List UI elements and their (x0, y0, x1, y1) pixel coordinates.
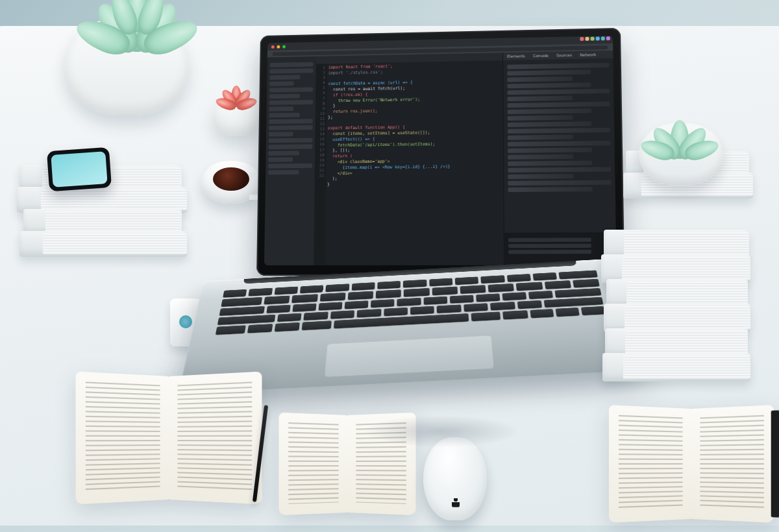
code-content: import React from 'react'; import './sty… (327, 62, 501, 263)
plant-pot-large (65, 18, 188, 115)
book-stack-right (604, 234, 753, 381)
window-close-icon (271, 45, 275, 48)
workspace-render: 12345678910111213141516171819202122 impo… (0, 0, 779, 532)
open-book-left (78, 376, 260, 500)
code-editor-window: 12345678910111213141516171819202122 impo… (264, 36, 617, 265)
book-stack-left (19, 169, 195, 257)
window-min-icon (277, 45, 280, 48)
trackpad (324, 335, 494, 378)
line-gutter: 12345678910111213141516171819202122 (314, 64, 327, 265)
laptop: 12345678910111213141516171819202122 impo… (201, 30, 604, 432)
laptop-screen-bezel: 12345678910111213141516171819202122 impo… (256, 28, 624, 276)
code-editor: 12345678910111213141516171819202122 impo… (314, 53, 504, 265)
smartphone (47, 147, 112, 192)
plant-pot-right (639, 123, 723, 186)
extension-icons (580, 36, 610, 41)
window-max-icon (282, 45, 286, 48)
mouse (423, 437, 487, 520)
file-tree (264, 56, 316, 265)
devtools-panel: ElementsConsoleSourcesNetwork (502, 51, 616, 265)
notebook-right (610, 409, 773, 519)
